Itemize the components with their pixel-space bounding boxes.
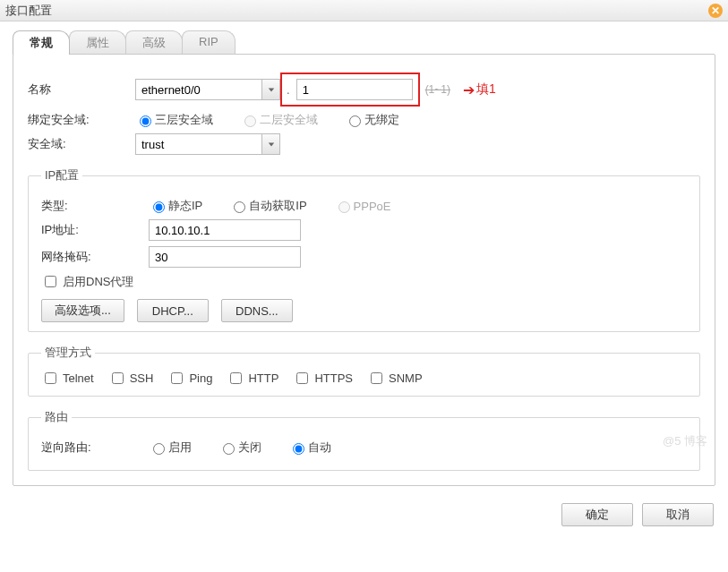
range-hint: (1~1) <box>425 83 450 96</box>
dns-proxy-check[interactable]: 启用DNS代理 <box>41 273 133 290</box>
advanced-options-button[interactable]: 高级选项... <box>41 299 124 322</box>
mask-input[interactable] <box>149 246 301 268</box>
cancel-button[interactable]: 取消 <box>642 503 714 526</box>
radio-static[interactable]: 静态IP <box>149 198 202 214</box>
fieldset-ipconfig: IP配置 类型: 静态IP 自动获取IP PPPoE IP地址: 网络掩码: 启… <box>28 167 700 332</box>
radio-auto[interactable]: 自动获取IP <box>229 198 306 214</box>
tab-attrs[interactable]: 属性 <box>69 30 126 55</box>
radio-none[interactable]: 无绑定 <box>345 112 399 128</box>
revroute-label: 逆向路由: <box>41 440 149 456</box>
watermark: @5 博客 <box>663 433 707 449</box>
sec-domain-label: 安全域: <box>28 136 135 152</box>
dhcp-button[interactable]: DHCP... <box>137 299 209 322</box>
name-combo-input[interactable] <box>136 80 261 99</box>
bind-domain-label: 绑定安全域: <box>28 112 135 128</box>
route-legend: 路由 <box>41 409 72 425</box>
ip-label: IP地址: <box>41 222 149 238</box>
ok-button[interactable]: 确定 <box>561 503 633 526</box>
name-combo[interactable] <box>135 79 280 100</box>
mask-label: 网络掩码: <box>41 249 149 265</box>
ipconfig-legend: IP配置 <box>41 167 82 184</box>
sec-domain-input[interactable] <box>136 134 261 154</box>
titlebar: 接口配置 ✕ <box>0 0 728 21</box>
radio-l3[interactable]: 三层安全域 <box>135 112 213 128</box>
radio-pppoe: PPPoE <box>334 199 391 213</box>
chevron-down-icon[interactable] <box>261 134 279 154</box>
chevron-down-icon[interactable] <box>261 80 279 99</box>
dialog-footer: 确定 取消 <box>0 494 728 535</box>
radio-rr-disable[interactable]: 关闭 <box>218 440 261 456</box>
chk-https[interactable]: HTTPS <box>293 370 353 387</box>
arrow-icon: ➔ <box>463 81 475 98</box>
radio-rr-enable[interactable]: 启用 <box>149 440 192 456</box>
subinterface-highlight: . <box>280 73 420 107</box>
window-title: 接口配置 <box>5 4 52 17</box>
tab-rip[interactable]: RIP <box>182 30 236 55</box>
chk-telnet[interactable]: Telnet <box>41 370 94 387</box>
tabs: 常规 属性 高级 RIP <box>13 30 728 55</box>
annotation-text: 填1 <box>476 81 496 98</box>
tab-advanced[interactable]: 高级 <box>125 30 183 55</box>
name-label: 名称 <box>28 81 135 98</box>
chk-snmp[interactable]: SNMP <box>367 370 423 387</box>
type-label: 类型: <box>41 198 149 214</box>
radio-l2: 二层安全域 <box>240 112 318 128</box>
chk-ping[interactable]: Ping <box>167 370 212 387</box>
sec-domain-combo[interactable] <box>135 133 280 155</box>
annotation: ➔ 填1 <box>463 81 496 98</box>
close-icon[interactable]: ✕ <box>708 4 723 18</box>
fieldset-route: 路由 逆向路由: 启用 关闭 自动 <box>28 409 700 471</box>
tab-general[interactable]: 常规 <box>13 30 70 55</box>
radio-rr-auto[interactable]: 自动 <box>288 440 331 456</box>
panel-general: 名称 . (1~1) ➔ 填1 绑定安全域: 三层安全域 二层安全域 无绑定 安… <box>13 54 715 486</box>
chk-ssh[interactable]: SSH <box>108 370 154 387</box>
mgmt-legend: 管理方式 <box>41 345 95 361</box>
colon-sep: . <box>287 83 290 97</box>
ddns-button[interactable]: DDNS... <box>221 299 293 322</box>
ip-input[interactable] <box>149 219 301 241</box>
subinterface-input[interactable] <box>296 79 413 100</box>
chk-http[interactable]: HTTP <box>227 370 278 387</box>
fieldset-mgmt: 管理方式 Telnet SSH Ping HTTP HTTPS SNMP <box>28 345 700 397</box>
